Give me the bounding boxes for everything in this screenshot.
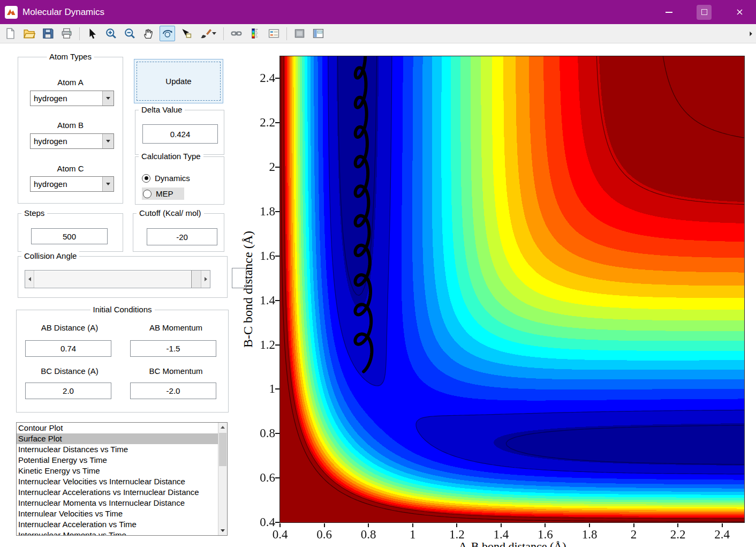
data-cursor-icon (180, 27, 192, 40)
delta-value-title: Delta Value (139, 105, 185, 114)
chevron-down-icon (106, 140, 110, 143)
atom-b-dropdown[interactable]: hydrogen (30, 133, 114, 149)
atom-a-dropdown[interactable]: hydrogen (30, 91, 114, 106)
y-tick-mark (275, 167, 279, 168)
collision-angle-slider[interactable] (25, 270, 210, 288)
link-plot-button[interactable] (229, 26, 244, 41)
bc-momentum-input[interactable] (130, 383, 216, 399)
y-tick-mark (275, 78, 279, 79)
brush-button[interactable] (197, 26, 218, 41)
y-tick-mark (275, 433, 279, 434)
x-tick-label: 2 (617, 528, 651, 542)
cutoff-title: Cutoff (Kcal/ mol) (137, 208, 204, 218)
y-tick-label: 2.2 (255, 116, 275, 130)
brush-icon (200, 27, 212, 40)
radio-dynamics[interactable]: Dynamics (142, 172, 190, 184)
delta-value-input[interactable] (142, 124, 218, 144)
legend-icon (268, 27, 280, 40)
cutoff-input[interactable] (147, 228, 217, 245)
bc-distance-input[interactable] (25, 383, 111, 399)
hide-plot-tools-icon (293, 27, 306, 40)
y-tick-mark (275, 300, 279, 301)
atom-c-dropdown-button[interactable] (102, 177, 114, 191)
list-item[interactable]: Internuclear Momenta vs Internuclear Dis… (17, 498, 218, 508)
ab-momentum-label: AB Momentum (123, 323, 229, 332)
listbox-scrollbar[interactable] (218, 423, 227, 535)
atom-c-dropdown[interactable]: hydrogen (30, 176, 114, 192)
maximize-icon (701, 9, 707, 15)
save-figure-button[interactable] (40, 26, 56, 41)
pan-hand-icon (142, 27, 155, 40)
y-tick-mark (275, 388, 279, 389)
brush-dropdown-caret[interactable] (212, 32, 216, 35)
x-tick-label: 0.4 (263, 528, 297, 542)
list-item[interactable]: Potential Energy vs Time (17, 455, 218, 466)
open-file-button[interactable] (21, 26, 37, 41)
ab-distance-input[interactable] (25, 340, 111, 357)
atom-a-label: Atom A (18, 78, 123, 87)
slider-thumb[interactable] (34, 271, 192, 288)
slider-left-button[interactable] (25, 271, 34, 288)
pan-button[interactable] (141, 26, 156, 41)
x-tick-label: 1.6 (528, 528, 562, 542)
list-item[interactable]: Internulear Velocities vs Time (17, 508, 218, 519)
slider-right-button[interactable] (201, 271, 210, 288)
list-item[interactable]: Internuclear Velocities vs Internuclear … (17, 476, 218, 487)
steps-input[interactable] (31, 228, 108, 244)
x-tick-mark (279, 523, 281, 527)
update-button[interactable]: Update (134, 59, 223, 103)
close-button[interactable] (724, 0, 755, 24)
atom-types-title: Atom Types (47, 52, 94, 61)
minimize-icon (666, 12, 672, 13)
data-cursor-button[interactable] (178, 26, 194, 41)
insert-legend-button[interactable] (266, 26, 282, 41)
list-item[interactable]: Internuclear Momenta vs Time (17, 530, 218, 535)
list-item[interactable]: Kinetic Energy vs Time (17, 466, 218, 476)
ab-distance-label: AB Distance (A) (17, 323, 123, 332)
ab-momentum-input[interactable] (130, 340, 216, 357)
pes-canvas[interactable] (280, 56, 744, 522)
radio-selected-icon (142, 174, 150, 183)
radio-unselected-icon (143, 190, 152, 198)
zoom-out-button[interactable] (122, 26, 138, 41)
plot-type-listbox[interactable]: Contour PlotSurface PlotInternuclear Dis… (16, 422, 228, 536)
list-item[interactable]: Internuclear Acceleration vs Time (17, 519, 218, 530)
titlebar[interactable]: Molecular Dynamics (0, 0, 756, 24)
zoom-in-button[interactable] (103, 26, 119, 41)
list-item[interactable]: Internuclear Accelerations vs Internucle… (17, 487, 218, 498)
slider-track[interactable] (192, 271, 201, 288)
initial-conditions-panel: Initial Conditions AB Distance (A) AB Mo… (16, 310, 229, 413)
scrollbar-thumb[interactable] (219, 433, 226, 466)
bc-distance-label: BC Distance (A) (17, 366, 123, 376)
y-tick-mark (275, 344, 279, 346)
x-tick-mark (412, 523, 413, 527)
x-tick-mark (368, 523, 369, 527)
minimize-button[interactable] (653, 0, 684, 24)
calculation-type-title: Calculation Type (139, 152, 203, 161)
scrollbar-up-button[interactable] (218, 423, 227, 432)
print-figure-button[interactable] (59, 26, 74, 41)
delta-value-panel: Delta Value (135, 110, 224, 155)
new-figure-button[interactable] (3, 26, 18, 41)
maximize-button[interactable] (689, 0, 720, 24)
hide-plot-tools-button[interactable] (292, 26, 307, 41)
scrollbar-down-button[interactable] (218, 526, 227, 535)
y-tick-label: 1 (255, 382, 275, 396)
radio-mep[interactable]: MEP (142, 188, 184, 200)
list-item[interactable]: Internuclear Distances vs Time (17, 444, 218, 455)
x-tick-label: 0.8 (351, 528, 385, 542)
rotate-3d-button[interactable] (160, 26, 175, 41)
x-tick-mark (456, 523, 457, 527)
show-plot-tools-button[interactable] (311, 26, 326, 41)
atom-a-value: hydrogen (31, 91, 102, 106)
y-tick-label: 1.4 (255, 294, 275, 308)
edit-plot-button[interactable] (85, 26, 100, 41)
bc-momentum-label: BC Momentum (123, 366, 229, 376)
atom-a-dropdown-button[interactable] (102, 91, 114, 106)
toolbar-overflow-button[interactable] (749, 30, 754, 40)
open-folder-icon (23, 27, 35, 40)
list-item[interactable]: Contour Plot (17, 423, 218, 433)
list-item[interactable]: Surface Plot (17, 433, 218, 444)
atom-b-dropdown-button[interactable] (102, 134, 114, 148)
insert-colorbar-button[interactable] (247, 26, 263, 41)
